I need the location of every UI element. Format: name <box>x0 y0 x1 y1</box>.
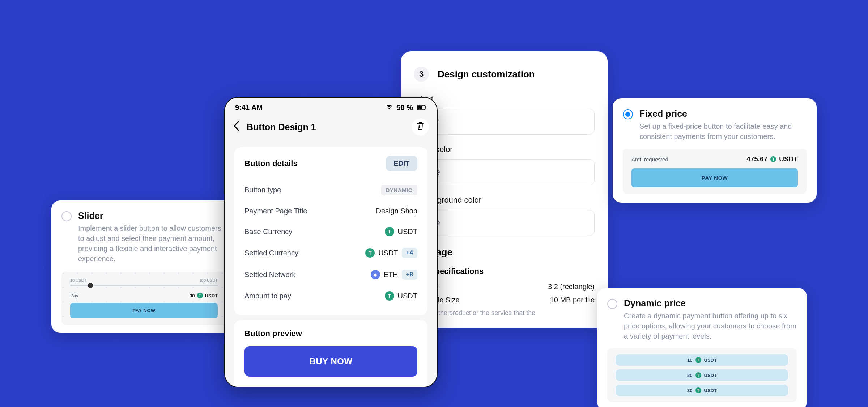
max-file-size-value: 10 MB per file <box>550 296 595 304</box>
amt-requested-currency: USDT <box>779 155 798 163</box>
usdt-icon: T <box>695 357 701 363</box>
base-currency-label: Base Currency <box>244 228 292 236</box>
battery-icon <box>417 103 427 112</box>
status-time: 9:41 AM <box>235 103 263 112</box>
aspect-ratio-value: 3:2 (rectangle) <box>548 283 595 291</box>
wifi-icon <box>386 103 393 112</box>
button-type-value: DYNAMIC <box>381 185 418 195</box>
fixed-price-option-card[interactable]: Fixed price Set up a fixed-price button … <box>613 98 817 203</box>
button-bg-color-label: n background color <box>414 195 595 205</box>
button-text-input[interactable]: Now <box>414 109 595 135</box>
price-option-pill[interactable]: 30 T USDT <box>616 385 788 396</box>
svg-rect-1 <box>417 106 422 109</box>
fixed-preview: Amt. requested 475.67 T USDT PAY NOW <box>623 149 807 194</box>
edit-button[interactable]: EDIT <box>386 156 417 171</box>
more-networks-badge[interactable]: +8 <box>402 270 417 280</box>
button-details-card: Button details EDIT Button type DYNAMIC … <box>234 147 427 315</box>
pay-currency: USDT <box>205 293 218 298</box>
price-option-pill[interactable]: 20 T USDT <box>616 369 788 381</box>
fixed-card-desc: Set up a fixed-price button to facilitat… <box>639 121 807 141</box>
settled-network-label: Settled Network <box>244 271 295 279</box>
amt-requested-label: Amt. requested <box>631 156 668 162</box>
price-option-amount: 30 <box>687 388 692 393</box>
price-option-amount: 10 <box>687 357 692 363</box>
trash-icon <box>416 122 424 132</box>
radio-unselected-icon[interactable] <box>607 299 617 309</box>
battery-percent: 58 % <box>396 103 413 112</box>
price-option-amount: 20 <box>687 373 692 378</box>
settled-network-value: ETH <box>384 271 398 279</box>
dynamic-preview: 10 T USDT 20 T USDT 30 T USDT <box>607 348 797 402</box>
button-preview-title: Button preview <box>244 329 417 338</box>
svg-rect-2 <box>426 106 426 109</box>
slider-min-label: 10 USDT <box>70 278 86 283</box>
slider-preview: 10 USDT 100 USDT Pay 30 T USDT PAY NOW <box>61 272 226 325</box>
dynamic-card-title: Dynamic price <box>624 298 797 309</box>
amt-requested-value: 475.67 <box>746 155 767 163</box>
delete-button[interactable] <box>412 118 429 136</box>
price-option-currency: USDT <box>704 357 717 363</box>
button-text-color-input[interactable]: code <box>414 159 595 185</box>
eth-icon: ◆ <box>371 270 380 279</box>
pay-label: Pay <box>70 293 78 298</box>
button-bg-color-input[interactable]: code <box>414 210 595 236</box>
usdt-icon: T <box>695 387 701 393</box>
usdt-icon: T <box>365 248 375 258</box>
button-details-title: Button details <box>244 159 298 168</box>
settled-currency-value: USDT <box>378 249 398 257</box>
payment-page-title-value: Design Shop <box>376 207 417 215</box>
button-text-color-label: n text color <box>414 145 595 154</box>
button-preview-card: Button preview BUY NOW <box>234 320 427 387</box>
pay-now-button[interactable]: PAY NOW <box>70 303 218 318</box>
price-option-currency: USDT <box>704 373 717 378</box>
price-option-pill[interactable]: 10 T USDT <box>616 354 788 366</box>
spec-description: iption of the product or the service tha… <box>414 309 595 317</box>
settled-currency-label: Settled Currency <box>244 249 298 257</box>
radio-selected-icon[interactable] <box>623 109 633 119</box>
buy-now-button[interactable]: BUY NOW <box>244 346 417 377</box>
back-icon[interactable] <box>233 120 239 134</box>
amount-to-pay-label: Amount to pay <box>244 292 291 300</box>
button-type-label: Button type <box>244 186 281 194</box>
price-option-currency: USDT <box>704 388 717 393</box>
payment-page-title-label: Payment Page Title <box>244 207 307 215</box>
screen-title: Button Design 1 <box>247 122 316 132</box>
usdt-icon: T <box>695 372 701 378</box>
slider-card-title: Slider <box>78 211 226 221</box>
phone-mockup: 9:41 AM 58 % Button Design 1 Button deta… <box>224 97 438 387</box>
design-title: Design customization <box>438 69 535 80</box>
status-bar: 9:41 AM 58 % <box>225 98 437 115</box>
button-text-label: n text <box>414 94 595 103</box>
file-specs-title: File Specifications <box>414 267 595 276</box>
slider-thumb[interactable] <box>88 283 93 288</box>
pay-now-button[interactable]: PAY NOW <box>631 168 798 187</box>
pay-amount: 30 <box>190 293 195 298</box>
amount-to-pay-value: USDT <box>398 292 417 300</box>
radio-unselected-icon[interactable] <box>61 211 72 221</box>
base-currency-value: USDT <box>398 228 417 236</box>
more-currencies-badge[interactable]: +4 <box>402 248 417 258</box>
dynamic-card-desc: Create a dynamic payment button offering… <box>624 311 797 341</box>
usdt-icon: T <box>770 156 776 162</box>
slider-card-desc: Implement a slider button to allow custo… <box>78 223 226 264</box>
usdt-icon: T <box>385 291 394 301</box>
fixed-card-title: Fixed price <box>639 109 807 119</box>
usdt-icon: T <box>197 293 203 298</box>
slider-max-label: 100 USDT <box>199 278 218 283</box>
payment-page-section-title: ent page <box>414 247 595 258</box>
usdt-icon: T <box>385 227 394 236</box>
slider-option-card[interactable]: Slider Implement a slider button to allo… <box>51 200 237 333</box>
dynamic-price-option-card[interactable]: Dynamic price Create a dynamic payment b… <box>597 288 807 407</box>
step-number-badge: 3 <box>414 67 429 82</box>
slider-track[interactable] <box>70 285 218 286</box>
